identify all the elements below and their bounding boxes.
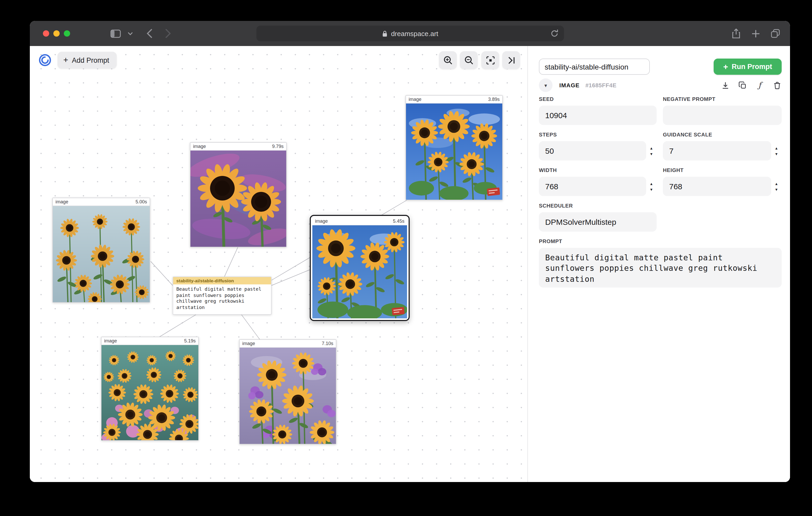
prompt-textarea[interactable]: Beautiful digital matte pastel paint sun…	[539, 248, 782, 287]
step-down-icon[interactable]: ▼	[775, 152, 778, 155]
seed-input[interactable]	[539, 105, 657, 125]
tab-overview-icon[interactable]	[769, 27, 782, 40]
generated-image[interactable]	[240, 348, 336, 444]
model-input[interactable]	[539, 59, 650, 75]
zoom-window-button[interactable]	[64, 30, 70, 37]
inspector-panel: + Run Prompt ▾ IMAGE #1685FF4E	[527, 46, 790, 482]
image-node-selected[interactable]: image 5.45s	[310, 215, 410, 321]
add-prompt-label: Add Prompt	[72, 56, 109, 64]
guidance-scale-input[interactable]	[663, 141, 771, 160]
plus-icon: +	[63, 56, 68, 64]
generated-image[interactable]	[191, 151, 286, 247]
duplicate-icon[interactable]	[738, 81, 747, 90]
node-actions: ƒ	[720, 81, 782, 90]
step-up-icon[interactable]: ▲	[649, 182, 653, 185]
node-id-label: #1685FF4E	[585, 82, 616, 88]
negative-prompt-label: NEGATIVE PROMPT	[663, 96, 782, 102]
negative-prompt-input[interactable]	[663, 105, 782, 125]
field-width: WIDTH ▲ ▼	[539, 167, 657, 196]
image-node[interactable]: image 5.00s	[52, 198, 150, 303]
step-up-icon[interactable]: ▲	[775, 182, 778, 185]
node-label: image	[104, 337, 117, 345]
node-label: image	[55, 198, 68, 206]
trash-icon[interactable]	[772, 81, 782, 90]
sidebar-toggle-icon[interactable]	[109, 27, 122, 40]
chevron-down-icon[interactable]	[126, 27, 135, 40]
height-stepper: ▲ ▼	[771, 177, 782, 196]
address-bar[interactable]: dreamspace.art	[256, 26, 564, 41]
field-scheduler: SCHEDULER	[539, 203, 657, 232]
prompt-node-model: stability-ai/stable-diffusion	[173, 277, 271, 284]
field-height: HEIGHT ▲ ▼	[663, 167, 782, 196]
field-steps: STEPS ▲ ▼	[539, 132, 657, 160]
step-down-icon[interactable]: ▼	[649, 187, 653, 191]
node-time: 5.00s	[136, 198, 147, 206]
image-node-header: image 3.89s	[406, 96, 502, 103]
height-label: HEIGHT	[663, 167, 782, 173]
node-time: 5.45s	[393, 217, 404, 225]
generated-image[interactable]	[102, 345, 198, 440]
browser-toolbar: dreamspace.art	[30, 21, 790, 46]
image-node[interactable]: image 3.89s	[405, 95, 503, 200]
collapse-chevron-button[interactable]: ▾	[539, 79, 552, 92]
page-content: + Add Prompt	[30, 46, 790, 482]
node-time: 9.79s	[272, 143, 284, 150]
height-input[interactable]	[663, 177, 771, 196]
scheduler-input[interactable]	[539, 212, 657, 232]
generated-image[interactable]	[312, 225, 407, 318]
url-text: dreamspace.art	[391, 30, 438, 37]
image-node-header: image 5.19s	[102, 337, 198, 345]
node-info-row: ▾ IMAGE #1685FF4E ƒ	[539, 79, 782, 92]
back-button[interactable]	[143, 27, 155, 40]
image-node[interactable]: image 5.19s	[101, 337, 199, 441]
node-label: image	[193, 143, 206, 150]
field-guidance-scale: GUIDANCE SCALE ▲ ▼	[663, 132, 782, 160]
run-prompt-label: Run Prompt	[732, 63, 772, 70]
steps-input[interactable]	[539, 141, 646, 160]
variable-icon[interactable]: ƒ	[755, 81, 764, 90]
new-tab-icon[interactable]	[749, 27, 762, 40]
step-down-icon[interactable]: ▼	[775, 187, 778, 191]
width-input[interactable]	[539, 177, 646, 196]
forward-button[interactable]	[162, 27, 174, 40]
browser-window: dreamspace.art	[30, 21, 790, 482]
node-time: 3.89s	[488, 95, 500, 103]
desktop: dreamspace.art	[0, 0, 812, 516]
zoom-out-button[interactable]	[460, 51, 478, 69]
image-node-header: image 9.79s	[191, 143, 286, 151]
close-window-button[interactable]	[43, 30, 49, 37]
steps-label: STEPS	[539, 132, 657, 138]
guidance-scale-stepper: ▲ ▼	[771, 141, 782, 160]
generated-image[interactable]	[53, 206, 150, 302]
share-icon[interactable]	[730, 27, 743, 40]
field-negative-prompt: NEGATIVE PROMPT	[663, 96, 782, 125]
image-node-header: image 7.10s	[240, 340, 336, 348]
width-stepper: ▲ ▼	[646, 177, 657, 196]
minimize-window-button[interactable]	[53, 30, 60, 37]
step-down-icon[interactable]: ▼	[649, 152, 653, 155]
chevron-down-icon: ▾	[544, 82, 547, 88]
add-prompt-button[interactable]: + Add Prompt	[58, 52, 116, 68]
reload-icon[interactable]	[549, 28, 560, 39]
prompt-node[interactable]: stability-ai/stable-diffusion Beautiful …	[173, 277, 271, 315]
parameter-fields: SEED NEGATIVE PROMPT STEPS ▲	[539, 96, 782, 287]
app-logo-icon	[38, 53, 52, 67]
fit-view-button[interactable]	[481, 51, 499, 69]
run-prompt-button[interactable]: + Run Prompt	[714, 59, 782, 75]
image-node-header: image 5.00s	[53, 198, 150, 206]
go-to-end-button[interactable]	[502, 51, 520, 69]
image-node[interactable]: image 9.79s	[190, 142, 287, 247]
image-node[interactable]: image 7.10s	[239, 339, 337, 444]
generated-image[interactable]	[406, 103, 502, 200]
step-up-icon[interactable]: ▲	[775, 146, 778, 150]
plus-icon: +	[723, 62, 728, 71]
node-time: 7.10s	[322, 339, 333, 347]
guidance-scale-label: GUIDANCE SCALE	[663, 132, 782, 138]
node-time: 5.19s	[184, 337, 196, 345]
zoom-in-button[interactable]	[439, 51, 457, 69]
node-canvas[interactable]: + Add Prompt	[30, 46, 527, 482]
scheduler-label: SCHEDULER	[539, 203, 657, 209]
download-icon[interactable]	[720, 81, 730, 90]
step-up-icon[interactable]: ▲	[649, 146, 653, 150]
steps-stepper: ▲ ▼	[646, 141, 657, 160]
